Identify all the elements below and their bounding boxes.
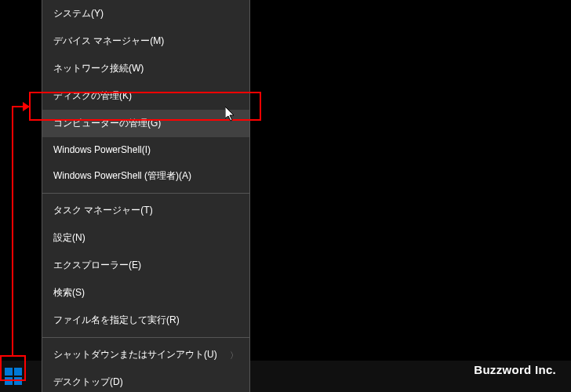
menu-item[interactable]: ネットワーク接続(W) <box>42 55 249 82</box>
menu-item[interactable]: Windows PowerShell (管理者)(A) <box>42 162 249 190</box>
menu-item[interactable]: コンピューターの管理(G) <box>42 110 249 137</box>
menu-item[interactable]: Windows PowerShell(I) <box>42 137 249 162</box>
menu-item-label: ディスクの管理(K) <box>53 90 132 101</box>
menu-item-label: 検索(S) <box>53 287 85 298</box>
menu-separator <box>42 193 249 194</box>
menu-separator <box>42 337 249 338</box>
menu-item-label: エクスプローラー(E) <box>53 260 141 270</box>
menu-item-label: シャットダウンまたはサインアウト(U) <box>53 349 217 360</box>
annotation-arrow-head <box>23 102 30 111</box>
menu-item-label: 設定(N) <box>53 232 85 243</box>
chevron-right-icon: 〉 <box>230 349 238 361</box>
annotation-arrow-line <box>12 106 29 107</box>
svg-rect-1 <box>14 368 22 376</box>
menu-item-label: デスクトップ(D) <box>53 376 123 387</box>
svg-rect-0 <box>5 368 13 376</box>
menu-item-label: ネットワーク接続(W) <box>53 63 144 74</box>
menu-item[interactable]: ディスクの管理(K) <box>42 82 249 110</box>
menu-item[interactable]: デスクトップ(D) <box>42 368 249 392</box>
svg-rect-3 <box>14 377 22 385</box>
start-button[interactable] <box>4 367 23 386</box>
menu-item[interactable]: ファイル名を指定して実行(R) <box>42 307 249 334</box>
menu-item[interactable]: 設定(N) <box>42 224 249 252</box>
menu-item-label: ファイル名を指定して実行(R) <box>53 314 180 325</box>
menu-item[interactable]: 検索(S) <box>42 279 249 307</box>
menu-item[interactable]: タスク マネージャー(T) <box>42 197 249 224</box>
menu-item-label: システム(Y) <box>53 8 104 19</box>
winx-context-menu: システム(Y)デバイス マネージャー(M)ネットワーク接続(W)ディスクの管理(… <box>42 0 250 392</box>
svg-rect-2 <box>5 377 13 385</box>
menu-item[interactable]: シャットダウンまたはサインアウト(U)〉 <box>42 341 249 368</box>
annotation-arrow-line <box>12 106 13 355</box>
watermark: Buzzword Inc. <box>474 363 556 376</box>
menu-item-label: Windows PowerShell (管理者)(A) <box>53 170 191 181</box>
menu-item-label: コンピューターの管理(G) <box>53 118 161 129</box>
menu-item-label: Windows PowerShell(I) <box>53 144 151 155</box>
menu-item-label: デバイス マネージャー(M) <box>53 35 164 46</box>
menu-item[interactable]: エクスプローラー(E) <box>42 252 249 279</box>
menu-item-label: タスク マネージャー(T) <box>53 205 153 216</box>
menu-item[interactable]: デバイス マネージャー(M) <box>42 27 249 55</box>
menu-item[interactable]: システム(Y) <box>42 0 249 27</box>
